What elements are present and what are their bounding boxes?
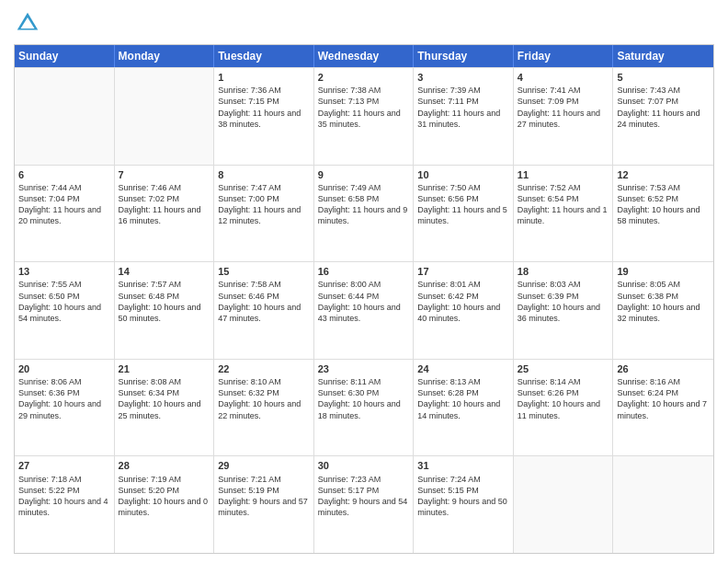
empty-cell (514, 456, 614, 553)
day-cell-23: 23Sunrise: 8:11 AM Sunset: 6:30 PM Dayli… (314, 360, 415, 456)
day-info: Sunrise: 7:55 AM Sunset: 6:50 PM Dayligh… (18, 279, 110, 324)
day-cell-30: 30Sunrise: 7:23 AM Sunset: 5:17 PM Dayli… (314, 456, 415, 553)
day-number: 5 (617, 71, 710, 84)
day-cell-12: 12Sunrise: 7:53 AM Sunset: 6:52 PM Dayli… (613, 166, 713, 262)
day-info: Sunrise: 8:16 AM Sunset: 6:24 PM Dayligh… (617, 376, 710, 421)
day-cell-9: 9Sunrise: 7:49 AM Sunset: 6:58 PM Daylig… (314, 166, 415, 262)
day-number: 4 (518, 71, 609, 84)
day-cell-1: 1Sunrise: 7:36 AM Sunset: 7:15 PM Daylig… (214, 68, 314, 165)
day-number: 1 (218, 71, 310, 84)
day-cell-15: 15Sunrise: 7:58 AM Sunset: 6:46 PM Dayli… (214, 262, 314, 359)
day-info: Sunrise: 7:39 AM Sunset: 7:11 PM Dayligh… (417, 85, 509, 130)
day-number: 11 (518, 168, 609, 181)
day-cell-26: 26Sunrise: 8:16 AM Sunset: 6:24 PM Dayli… (613, 360, 713, 456)
day-number: 12 (617, 168, 710, 181)
day-cell-21: 21Sunrise: 8:08 AM Sunset: 6:34 PM Dayli… (115, 360, 215, 456)
day-info: Sunrise: 7:18 AM Sunset: 5:22 PM Dayligh… (18, 474, 110, 519)
day-cell-10: 10Sunrise: 7:50 AM Sunset: 6:56 PM Dayli… (414, 166, 514, 262)
day-cell-8: 8Sunrise: 7:47 AM Sunset: 7:00 PM Daylig… (214, 166, 314, 262)
day-info: Sunrise: 8:01 AM Sunset: 6:42 PM Dayligh… (417, 279, 509, 324)
day-number: 20 (18, 362, 110, 375)
day-cell-18: 18Sunrise: 8:03 AM Sunset: 6:39 PM Dayli… (514, 262, 614, 359)
day-info: Sunrise: 7:53 AM Sunset: 6:52 PM Dayligh… (617, 182, 710, 227)
day-number: 16 (318, 265, 410, 278)
day-number: 23 (318, 362, 410, 375)
day-number: 30 (318, 459, 410, 472)
day-number: 14 (119, 265, 210, 278)
calendar: SundayMondayTuesdayWednesdayThursdayFrid… (14, 44, 714, 554)
day-info: Sunrise: 8:03 AM Sunset: 6:39 PM Dayligh… (518, 279, 609, 324)
day-number: 6 (18, 168, 110, 181)
day-info: Sunrise: 7:43 AM Sunset: 7:07 PM Dayligh… (617, 85, 710, 130)
day-cell-5: 5Sunrise: 7:43 AM Sunset: 7:07 PM Daylig… (613, 68, 713, 165)
calendar-row-1: 6Sunrise: 7:44 AM Sunset: 7:04 PM Daylig… (15, 165, 713, 262)
header-day-tuesday: Tuesday (214, 45, 314, 67)
day-number: 18 (518, 265, 609, 278)
day-info: Sunrise: 7:47 AM Sunset: 7:00 PM Dayligh… (218, 182, 310, 227)
logo (14, 9, 45, 37)
day-info: Sunrise: 8:06 AM Sunset: 6:36 PM Dayligh… (18, 376, 110, 421)
day-cell-14: 14Sunrise: 7:57 AM Sunset: 6:48 PM Dayli… (115, 262, 215, 359)
empty-cell (15, 68, 115, 165)
day-info: Sunrise: 7:58 AM Sunset: 6:46 PM Dayligh… (218, 279, 310, 324)
day-info: Sunrise: 8:10 AM Sunset: 6:32 PM Dayligh… (218, 376, 310, 421)
day-info: Sunrise: 7:57 AM Sunset: 6:48 PM Dayligh… (119, 279, 210, 324)
day-number: 9 (318, 168, 410, 181)
day-info: Sunrise: 7:46 AM Sunset: 7:02 PM Dayligh… (119, 182, 210, 227)
empty-cell (613, 456, 713, 553)
day-info: Sunrise: 7:49 AM Sunset: 6:58 PM Dayligh… (318, 182, 410, 227)
day-cell-2: 2Sunrise: 7:38 AM Sunset: 7:13 PM Daylig… (314, 68, 415, 165)
day-cell-28: 28Sunrise: 7:19 AM Sunset: 5:20 PM Dayli… (115, 456, 215, 553)
day-number: 25 (518, 362, 609, 375)
day-cell-24: 24Sunrise: 8:13 AM Sunset: 6:28 PM Dayli… (414, 360, 514, 456)
day-cell-20: 20Sunrise: 8:06 AM Sunset: 6:36 PM Dayli… (15, 360, 115, 456)
page: SundayMondayTuesdayWednesdayThursdayFrid… (0, 0, 728, 563)
day-info: Sunrise: 8:11 AM Sunset: 6:30 PM Dayligh… (318, 376, 410, 421)
day-cell-25: 25Sunrise: 8:14 AM Sunset: 6:26 PM Dayli… (514, 360, 614, 456)
calendar-row-2: 13Sunrise: 7:55 AM Sunset: 6:50 PM Dayli… (15, 261, 713, 359)
header-day-saturday: Saturday (613, 45, 713, 67)
day-info: Sunrise: 7:44 AM Sunset: 7:04 PM Dayligh… (18, 182, 110, 227)
day-number: 8 (218, 168, 310, 181)
day-cell-19: 19Sunrise: 8:05 AM Sunset: 6:38 PM Dayli… (613, 262, 713, 359)
day-info: Sunrise: 7:50 AM Sunset: 6:56 PM Dayligh… (417, 182, 509, 227)
day-info: Sunrise: 7:52 AM Sunset: 6:54 PM Dayligh… (518, 182, 609, 227)
day-info: Sunrise: 7:24 AM Sunset: 5:15 PM Dayligh… (417, 474, 509, 519)
day-cell-31: 31Sunrise: 7:24 AM Sunset: 5:15 PM Dayli… (414, 456, 514, 553)
empty-cell (115, 68, 215, 165)
day-cell-7: 7Sunrise: 7:46 AM Sunset: 7:02 PM Daylig… (115, 166, 215, 262)
day-number: 27 (18, 459, 110, 472)
calendar-header: SundayMondayTuesdayWednesdayThursdayFrid… (15, 45, 713, 67)
calendar-body: 1Sunrise: 7:36 AM Sunset: 7:15 PM Daylig… (15, 67, 713, 553)
day-number: 28 (119, 459, 210, 472)
logo-icon (14, 9, 41, 37)
day-cell-6: 6Sunrise: 7:44 AM Sunset: 7:04 PM Daylig… (15, 166, 115, 262)
day-number: 21 (119, 362, 210, 375)
day-number: 26 (617, 362, 710, 375)
day-number: 3 (417, 71, 509, 84)
day-info: Sunrise: 7:23 AM Sunset: 5:17 PM Dayligh… (318, 474, 410, 519)
day-number: 2 (318, 71, 410, 84)
header-day-monday: Monday (115, 45, 215, 67)
day-cell-13: 13Sunrise: 7:55 AM Sunset: 6:50 PM Dayli… (15, 262, 115, 359)
day-info: Sunrise: 8:13 AM Sunset: 6:28 PM Dayligh… (417, 376, 509, 421)
day-info: Sunrise: 8:14 AM Sunset: 6:26 PM Dayligh… (518, 376, 609, 421)
day-cell-17: 17Sunrise: 8:01 AM Sunset: 6:42 PM Dayli… (414, 262, 514, 359)
calendar-row-4: 27Sunrise: 7:18 AM Sunset: 5:22 PM Dayli… (15, 455, 713, 553)
day-cell-27: 27Sunrise: 7:18 AM Sunset: 5:22 PM Dayli… (15, 456, 115, 553)
day-number: 10 (417, 168, 509, 181)
day-number: 15 (218, 265, 310, 278)
day-info: Sunrise: 8:08 AM Sunset: 6:34 PM Dayligh… (119, 376, 210, 421)
day-number: 24 (417, 362, 509, 375)
day-info: Sunrise: 8:00 AM Sunset: 6:44 PM Dayligh… (318, 279, 410, 324)
day-cell-22: 22Sunrise: 8:10 AM Sunset: 6:32 PM Dayli… (214, 360, 314, 456)
day-info: Sunrise: 7:41 AM Sunset: 7:09 PM Dayligh… (518, 85, 609, 130)
calendar-row-3: 20Sunrise: 8:06 AM Sunset: 6:36 PM Dayli… (15, 359, 713, 456)
day-info: Sunrise: 7:19 AM Sunset: 5:20 PM Dayligh… (119, 474, 210, 519)
day-cell-29: 29Sunrise: 7:21 AM Sunset: 5:19 PM Dayli… (214, 456, 314, 553)
day-cell-16: 16Sunrise: 8:00 AM Sunset: 6:44 PM Dayli… (314, 262, 415, 359)
day-number: 13 (18, 265, 110, 278)
day-info: Sunrise: 8:05 AM Sunset: 6:38 PM Dayligh… (617, 279, 710, 324)
day-number: 31 (417, 459, 509, 472)
header-day-thursday: Thursday (414, 45, 514, 67)
